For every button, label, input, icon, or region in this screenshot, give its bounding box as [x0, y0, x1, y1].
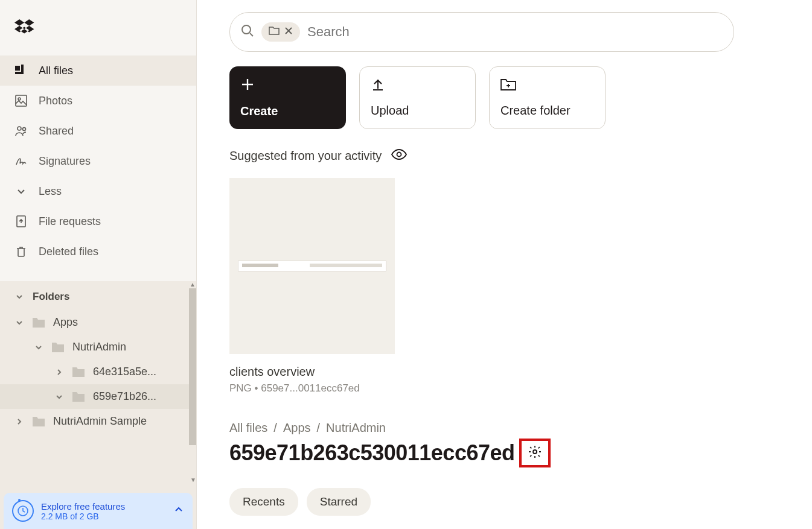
svg-point-11	[533, 450, 537, 454]
pill-recents[interactable]: Recents	[229, 488, 298, 516]
folder-64e315a5e[interactable]: 64e315a5e...	[0, 360, 196, 384]
folder-title: 659e71b263c530011ecc67ed	[229, 440, 514, 466]
breadcrumb: All files / Apps / NutriAdmin	[229, 421, 788, 435]
trash-icon	[14, 245, 28, 258]
suggested-header: Suggested from your activity	[229, 148, 788, 163]
folder-icon	[51, 341, 65, 353]
nav-label: Photos	[39, 95, 72, 107]
chevron-up-icon[interactable]	[173, 504, 184, 518]
folder-label: Apps	[53, 316, 78, 329]
close-icon[interactable]	[284, 27, 293, 37]
create-folder-button[interactable]: Create folder	[489, 66, 606, 129]
chevron-right-icon	[54, 367, 64, 377]
chevron-right-icon	[14, 417, 24, 426]
svg-point-10	[397, 153, 401, 157]
suggested-label: Suggested from your activity	[229, 149, 382, 163]
scroll-down-icon[interactable]: ▼	[190, 477, 196, 483]
promo-sub: 2.2 MB of 2 GB	[41, 512, 166, 521]
gear-icon[interactable]	[528, 445, 542, 461]
folder-659e71b26[interactable]: 659e71b26...	[0, 384, 196, 409]
search-input[interactable]	[307, 24, 723, 40]
folder-nutriadmin[interactable]: NutriAdmin	[0, 335, 196, 360]
nav-label: Shared	[39, 125, 74, 138]
nav-list: All files Photos Shared Signatures Less	[0, 55, 196, 267]
dropbox-logo-icon[interactable]	[14, 19, 36, 39]
eye-icon[interactable]	[391, 148, 407, 163]
folder-outline-icon	[269, 26, 280, 38]
nav-signatures[interactable]: Signatures	[0, 146, 196, 176]
svg-rect-2	[15, 72, 24, 74]
nav-less[interactable]: Less	[0, 176, 196, 206]
promo-texts: Explore free features 2.2 MB of 2 GB	[41, 501, 166, 521]
suggested-file-meta: PNG • 659e7...0011ecc67ed	[229, 382, 395, 394]
grid-icon	[14, 64, 28, 77]
nav-photos[interactable]: Photos	[0, 86, 196, 116]
svg-rect-0	[15, 66, 20, 71]
file-thumbnail	[229, 178, 395, 354]
file-request-icon	[14, 215, 28, 228]
chevron-down-icon	[14, 318, 24, 328]
photo-icon	[14, 94, 28, 107]
promo-banner[interactable]: Explore free features 2.2 MB of 2 GB	[4, 493, 193, 529]
action-row: Create Upload Create folder	[229, 66, 788, 129]
nav-label: All files	[39, 65, 73, 77]
nav-label: Deleted files	[39, 245, 98, 258]
action-label: Create folder	[500, 104, 594, 118]
search-icon	[241, 24, 254, 40]
promo-title: Explore free features	[41, 501, 166, 512]
folder-icon	[71, 391, 86, 403]
chevron-down-icon	[14, 292, 24, 302]
create-button[interactable]: Create	[229, 66, 346, 129]
action-label: Upload	[371, 104, 464, 118]
main-content: Create Upload Create folder Suggested fr…	[197, 0, 812, 529]
folder-icon	[71, 366, 86, 378]
chevron-down-icon	[54, 392, 64, 402]
svg-point-5	[18, 127, 21, 130]
scrollbar-thumb[interactable]	[189, 288, 196, 445]
svg-rect-1	[21, 65, 24, 72]
chevron-down-icon	[34, 343, 43, 352]
nav-label: Signatures	[39, 155, 91, 168]
breadcrumb-separator: /	[273, 421, 277, 435]
folders-header[interactable]: Folders	[0, 281, 196, 310]
nav-all-files[interactable]: All files	[0, 55, 196, 86]
breadcrumb-item[interactable]: Apps	[283, 421, 311, 435]
scroll-up-icon[interactable]: ▲	[189, 281, 196, 288]
nav-file-requests[interactable]: File requests	[0, 206, 196, 236]
nav-shared[interactable]: Shared	[0, 116, 196, 146]
shared-icon	[14, 124, 28, 138]
search-bar[interactable]	[229, 12, 734, 52]
folders-section: ▲ Folders Apps NutriAdmin	[0, 281, 196, 529]
pill-starred[interactable]: Starred	[307, 488, 371, 516]
breadcrumb-separator: /	[317, 421, 321, 435]
upload-icon	[371, 78, 385, 92]
folder-apps[interactable]: Apps	[0, 310, 196, 335]
svg-point-4	[18, 98, 21, 100]
filter-pills: Recents Starred	[229, 488, 788, 516]
breadcrumb-item[interactable]: NutriAdmin	[326, 421, 386, 435]
upload-button[interactable]: Upload	[359, 66, 476, 129]
folder-icon	[31, 317, 46, 329]
folders-header-label: Folders	[33, 291, 69, 303]
breadcrumb-item[interactable]: All files	[229, 421, 267, 435]
folder-label: 659e71b26...	[93, 390, 156, 403]
logo-area	[0, 0, 196, 55]
folder-nutriadmin-sample[interactable]: NutriAdmin Sample	[0, 409, 196, 434]
nav-label: File requests	[39, 215, 101, 228]
svg-point-6	[23, 128, 26, 131]
svg-rect-3	[16, 95, 27, 106]
svg-point-9	[242, 25, 251, 34]
plus-icon	[240, 77, 255, 92]
folder-label: NutriAdmin	[72, 341, 126, 353]
nav-label: Less	[39, 185, 62, 198]
nav-deleted-files[interactable]: Deleted files	[0, 236, 196, 267]
search-filter-chip[interactable]	[261, 22, 300, 42]
signature-icon	[14, 154, 28, 168]
folder-settings-highlight	[519, 439, 551, 467]
suggested-file-card[interactable]: clients overview PNG • 659e7...0011ecc67…	[229, 178, 395, 394]
folder-label: NutriAdmin Sample	[53, 415, 147, 428]
action-label: Create	[240, 104, 335, 118]
sidebar: All files Photos Shared Signatures Less	[0, 0, 197, 529]
folder-label: 64e315a5e...	[93, 366, 156, 378]
chevron-down-icon	[14, 185, 28, 198]
